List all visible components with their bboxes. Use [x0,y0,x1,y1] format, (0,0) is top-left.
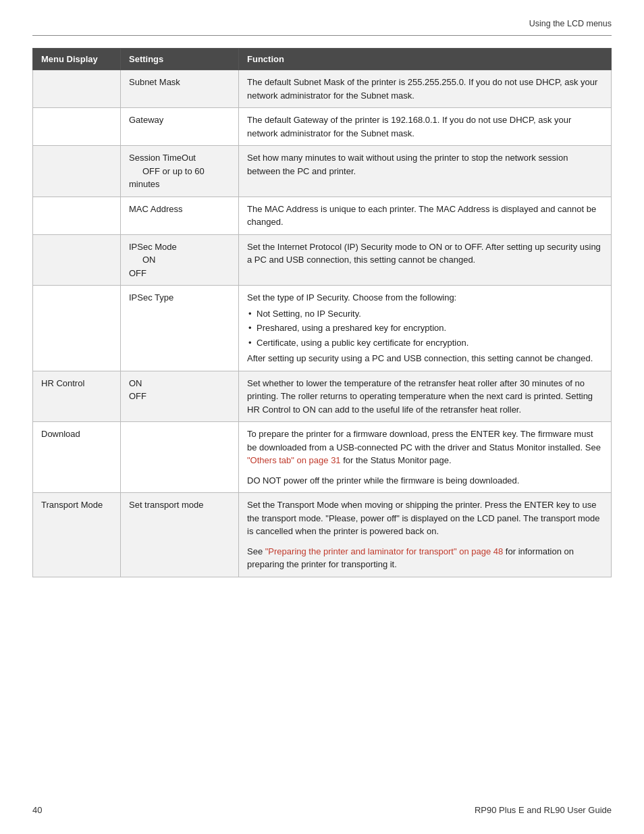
settings-cell: MAC Address [121,197,239,234]
table-row: Subnet Mask The default Subnet Mask of t… [33,70,612,108]
function-cell: Set whether to lower the temperature of … [239,371,612,422]
others-tab-link[interactable]: "Others tab" on page 31 [247,455,341,465]
table-row: IPSec Mode ONOFF Set the Internet Protoc… [33,234,612,286]
footer-guide-title: RP90 Plus E and RL90 User Guide [475,805,612,815]
menu-cell: HR Control [33,371,121,422]
menu-cell: Download [33,422,121,493]
function-cell: Set how many minutes to wait without usi… [239,146,612,197]
settings-cell: Subnet Mask [121,70,239,108]
table-row: HR Control ONOFF Set whether to lower th… [33,371,612,422]
col-header-function: Function [239,49,612,70]
settings-cell: IPSec Type [121,286,239,371]
function-cell: Set the Transport Mode when moving or sh… [239,493,612,577]
settings-cell [121,422,239,493]
page-header: Using the LCD menus [0,0,644,35]
page-footer: 40 RP90 Plus E and RL90 User Guide [0,805,644,815]
settings-cell: Set transport mode [121,493,239,577]
menu-cell [33,70,121,108]
col-header-settings: Settings [121,49,239,70]
function-cell: The MAC Address is unique to each printe… [239,197,612,234]
menu-cell [33,197,121,234]
menu-cell [33,286,121,371]
menu-cell [33,146,121,197]
settings-cell: Session TimeOut OFF or up to 60 minutes [121,146,239,197]
col-header-menu: Menu Display [33,49,121,70]
table-row: IPSec Type Set the type of IP Security. … [33,286,612,371]
header-title: Using the LCD menus [529,19,612,28]
function-cell: The default Subnet Mask of the printer i… [239,70,612,108]
menu-cell [33,108,121,146]
function-cell: Set the type of IP Security. Choose from… [239,286,612,371]
function-cell: The default Gateway of the printer is 19… [239,108,612,146]
menu-cell: Transport Mode [33,493,121,577]
table-row: Transport Mode Set transport mode Set th… [33,493,612,577]
function-cell: To prepare the printer for a firmware do… [239,422,612,493]
table-row: Gateway The default Gateway of the print… [33,108,612,146]
table-row: Download To prepare the printer for a fi… [33,422,612,493]
function-cell: Set the Internet Protocol (IP) Security … [239,234,612,286]
settings-cell: IPSec Mode ONOFF [121,234,239,286]
settings-table: Menu Display Settings Function Subnet Ma… [32,48,612,577]
settings-cell: ONOFF [121,371,239,422]
footer-page-number: 40 [32,805,42,815]
settings-cell: Gateway [121,108,239,146]
menu-cell [33,234,121,286]
main-table-container: Menu Display Settings Function Subnet Ma… [32,48,612,577]
header-divider [32,35,612,36]
transport-link[interactable]: "Preparing the printer and laminator for… [265,546,504,556]
table-row: Session TimeOut OFF or up to 60 minutes … [33,146,612,197]
table-row: MAC Address The MAC Address is unique to… [33,197,612,234]
